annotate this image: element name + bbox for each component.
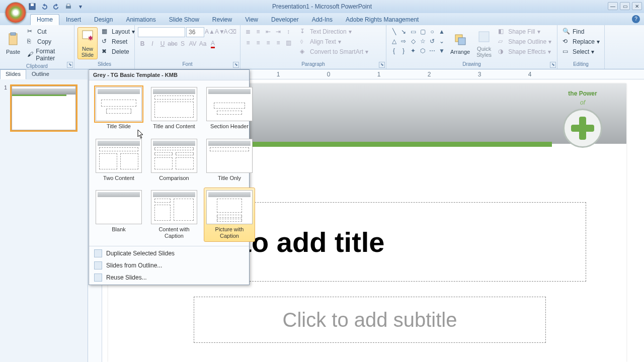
bullets-icon[interactable]: ≣ xyxy=(244,27,253,36)
select-button[interactable]: ▭Select▾ xyxy=(560,47,602,56)
replace-button[interactable]: ⟲Replace▾ xyxy=(560,37,602,46)
paragraph-launcher[interactable]: ⬊ xyxy=(379,62,385,68)
reuse-slides-item[interactable]: Reuse Slides... xyxy=(89,272,249,284)
tab-slide-show[interactable]: Slide Show xyxy=(163,14,206,25)
layout-picture-with-caption[interactable]: Picture with Caption xyxy=(204,188,255,241)
cut-button[interactable]: ✂Cut xyxy=(25,27,71,36)
tab-view[interactable]: View xyxy=(238,14,265,25)
layout-button[interactable]: ▦Layout▾ xyxy=(100,27,137,36)
bold-icon[interactable]: B xyxy=(138,39,147,48)
paste-button[interactable]: Paste xyxy=(3,27,23,59)
shape-line-icon[interactable]: ╲ xyxy=(389,27,398,36)
maximize-button[interactable]: ▭ xyxy=(620,2,630,10)
close-button[interactable]: ✕ xyxy=(632,2,642,10)
layout-title-only[interactable]: Title Only xyxy=(204,136,255,184)
shape-oval-icon[interactable]: ○ xyxy=(428,27,437,36)
reset-button[interactable]: ↺Reset xyxy=(100,37,137,46)
pane-tab-slides[interactable]: Slides xyxy=(0,69,26,79)
tab-add-ins[interactable]: Add-Ins xyxy=(305,14,339,25)
delete-button[interactable]: ✖Delete xyxy=(100,47,137,56)
tab-insert[interactable]: Insert xyxy=(59,14,88,25)
office-button[interactable] xyxy=(5,2,26,23)
help-icon[interactable]: ? xyxy=(632,15,640,23)
slides-from-outline-item[interactable]: Slides from Outline... xyxy=(89,259,249,272)
save-icon[interactable] xyxy=(28,3,36,11)
shape-gallery[interactable]: ╲ ↘ ▭ ▢ ○ ▲ △ ⇨ ◇ ☆ ↺ ⌄ { } ✦ ⬡ ⋯ ▼ xyxy=(389,27,446,55)
shape-scroll-down-icon[interactable]: ▼ xyxy=(437,46,446,55)
font-family-combo[interactable] xyxy=(138,27,185,37)
shape-hex-icon[interactable]: ⬡ xyxy=(418,46,427,55)
shape-brace-icon[interactable]: { xyxy=(389,46,398,55)
shape-star-icon[interactable]: ✦ xyxy=(409,46,418,55)
duplicate-slides-item[interactable]: Duplicate Selected Slides xyxy=(89,247,249,259)
tab-adobe-rights[interactable]: Adobe Rights Management xyxy=(339,14,425,25)
italic-icon[interactable]: I xyxy=(148,39,157,48)
tab-animations[interactable]: Animations xyxy=(119,14,162,25)
columns-icon[interactable]: ▥ xyxy=(284,38,293,47)
tab-home[interactable]: Home xyxy=(30,14,59,25)
align-center-icon[interactable]: ≡ xyxy=(254,38,263,47)
shape-triangle-icon[interactable]: △ xyxy=(389,37,398,46)
font-size-combo[interactable]: 36 xyxy=(186,27,204,37)
layout-section-header[interactable]: Section Header xyxy=(204,84,255,132)
change-case-icon[interactable]: Aa xyxy=(198,39,207,48)
align-text-button[interactable]: ⎀Align Text▾ xyxy=(298,37,370,46)
subtitle-placeholder[interactable]: Click to add subtitle xyxy=(194,297,546,343)
minimize-button[interactable]: — xyxy=(608,2,618,10)
layout-content-with-caption[interactable]: Content with Caption xyxy=(148,188,200,241)
quick-styles-button[interactable]: Quick Styles xyxy=(474,27,494,59)
tab-developer[interactable]: Developer xyxy=(265,14,305,25)
shape-scroll-icon[interactable]: ⌄ xyxy=(437,37,446,46)
layout-title-slide[interactable]: Title Slide xyxy=(93,84,144,132)
line-spacing-icon[interactable]: ↕ xyxy=(284,27,293,36)
decrease-indent-icon[interactable]: ⇤ xyxy=(264,27,273,36)
undo-icon[interactable] xyxy=(40,3,48,11)
shape-fill-button[interactable]: ◧Shape Fill▾ xyxy=(496,27,553,36)
shadow-icon[interactable]: S xyxy=(178,39,187,48)
shape-scroll-up-icon[interactable]: ▲ xyxy=(437,27,446,36)
strike-icon[interactable]: abc xyxy=(168,39,177,48)
shape-rect-icon[interactable]: ▭ xyxy=(409,27,418,36)
shape-outline-button[interactable]: ▱Shape Outline▾ xyxy=(496,37,553,46)
redo-icon[interactable] xyxy=(52,3,60,11)
print-icon[interactable] xyxy=(64,3,72,11)
shape-roundrect-icon[interactable]: ▢ xyxy=(418,27,427,36)
shape-arrow-icon[interactable]: ↘ xyxy=(399,27,408,36)
copy-button[interactable]: ⎘Copy xyxy=(25,37,71,46)
arrange-button[interactable]: Arrange xyxy=(448,27,472,59)
font-color-icon[interactable]: A xyxy=(208,39,217,48)
align-right-icon[interactable]: ≡ xyxy=(264,38,273,47)
convert-smartart-button[interactable]: ◈Convert to SmartArt▾ xyxy=(298,47,370,56)
clipboard-launcher[interactable]: ⬊ xyxy=(67,62,73,68)
shape-effects-button[interactable]: ◑Shape Effects▾ xyxy=(496,47,553,56)
tab-design[interactable]: Design xyxy=(88,14,119,25)
layout-blank[interactable]: Blank xyxy=(93,188,144,241)
clear-formatting-icon[interactable]: A⌫ xyxy=(225,27,234,36)
find-button[interactable]: 🔍Find xyxy=(560,27,602,36)
shape-connector-icon[interactable]: ↺ xyxy=(428,37,437,46)
align-left-icon[interactable]: ≡ xyxy=(244,38,253,47)
justify-icon[interactable]: ≡ xyxy=(274,38,283,47)
shape-rarrow-icon[interactable]: ⇨ xyxy=(399,37,408,46)
underline-icon[interactable]: U xyxy=(158,39,167,48)
font-launcher[interactable]: ⬊ xyxy=(233,62,239,68)
layout-title-and-content[interactable]: Title and Content xyxy=(148,84,200,132)
tab-review[interactable]: Review xyxy=(206,14,238,25)
qat-more-icon[interactable]: ▾ xyxy=(76,3,85,11)
numbering-icon[interactable]: ≡ xyxy=(254,27,263,36)
format-painter-button[interactable]: 🖌Format Painter xyxy=(25,47,71,62)
pane-tab-outline[interactable]: Outline xyxy=(26,69,55,79)
shape-callout-icon[interactable]: ☆ xyxy=(418,37,427,46)
char-spacing-icon[interactable]: AV xyxy=(188,39,197,48)
layout-two-content[interactable]: Two Content xyxy=(93,136,144,184)
text-direction-button[interactable]: ↧Text Direction▾ xyxy=(298,27,370,36)
increase-indent-icon[interactable]: ⇥ xyxy=(274,27,283,36)
new-slide-button[interactable]: ✱ New Slide xyxy=(77,27,98,59)
shape-more-icon[interactable]: ⋯ xyxy=(428,46,437,55)
shape-diamond-icon[interactable]: ◇ xyxy=(409,37,418,46)
shrink-font-icon[interactable]: A▼ xyxy=(215,27,224,36)
slide-thumbnail-1[interactable] xyxy=(10,84,77,132)
shape-brace2-icon[interactable]: } xyxy=(399,46,408,55)
drawing-launcher[interactable]: ⬊ xyxy=(550,62,556,68)
grow-font-icon[interactable]: A▲ xyxy=(205,27,214,36)
